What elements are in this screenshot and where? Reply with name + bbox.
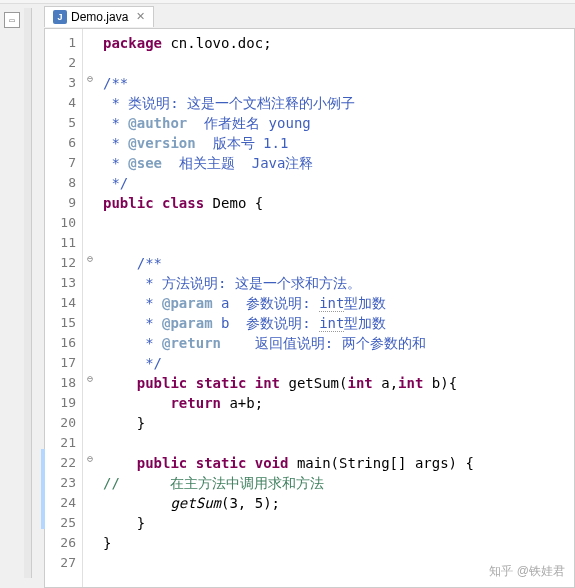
close-icon[interactable]: ✕ xyxy=(136,10,145,23)
code-line[interactable]: /** xyxy=(103,73,574,93)
left-margin xyxy=(24,8,32,578)
java-file-icon: J xyxy=(53,10,67,24)
line-number: 9 xyxy=(45,193,82,213)
code-editor[interactable]: 1234567891011121314151617181920212223242… xyxy=(44,28,575,588)
code-line[interactable]: * @param b 参数说明: int型加数 xyxy=(103,313,574,333)
tab-bar: J Demo.java ✕ xyxy=(44,4,154,28)
watermark: 知乎 @铁娃君 xyxy=(489,563,565,580)
code-line[interactable]: * @param a 参数说明: int型加数 xyxy=(103,293,574,313)
line-number: 27 xyxy=(45,553,82,573)
line-number: 17 xyxy=(45,353,82,373)
fold-toggle-icon[interactable]: ⊖ xyxy=(83,69,97,89)
code-line[interactable]: getSum(3, 5); xyxy=(103,493,574,513)
fold-column: ⊖⊖⊖⊖ xyxy=(83,29,99,587)
code-line[interactable]: * @return 返回值说明: 两个参数的和 xyxy=(103,333,574,353)
fold-toggle-icon[interactable]: ⊖ xyxy=(83,369,97,389)
code-line[interactable]: } xyxy=(103,533,574,553)
line-gutter: 1234567891011121314151617181920212223242… xyxy=(45,29,83,587)
line-number: 3 xyxy=(45,73,82,93)
line-number: 18 xyxy=(45,373,82,393)
change-marker xyxy=(41,449,45,469)
line-number: 22 xyxy=(45,453,82,473)
code-line[interactable]: // 在主方法中调用求和方法 xyxy=(103,473,574,493)
tab-filename: Demo.java xyxy=(71,10,128,24)
line-number: 25 xyxy=(45,513,82,533)
line-number: 6 xyxy=(45,133,82,153)
line-number: 19 xyxy=(45,393,82,413)
code-line[interactable]: public class Demo { xyxy=(103,193,574,213)
code-line[interactable]: return a+b; xyxy=(103,393,574,413)
code-line[interactable]: package cn.lovo.doc; xyxy=(103,33,574,53)
code-line[interactable]: */ xyxy=(103,353,574,373)
code-line[interactable]: /** xyxy=(103,253,574,273)
line-number: 8 xyxy=(45,173,82,193)
editor-tab[interactable]: J Demo.java ✕ xyxy=(44,6,154,27)
code-line[interactable]: * 类说明: 这是一个文档注释的小例子 xyxy=(103,93,574,113)
code-line[interactable] xyxy=(103,53,574,73)
line-number: 2 xyxy=(45,53,82,73)
code-line[interactable]: public static int getSum(int a,int b){ xyxy=(103,373,574,393)
line-number: 1 xyxy=(45,33,82,53)
line-number: 5 xyxy=(45,113,82,133)
code-line[interactable]: * @see 相关主题 Java注释 xyxy=(103,153,574,173)
code-area[interactable]: package cn.lovo.doc;/** * 类说明: 这是一个文档注释的… xyxy=(99,29,574,587)
line-number: 10 xyxy=(45,213,82,233)
change-marker xyxy=(41,509,45,529)
change-marker xyxy=(41,469,45,489)
code-line[interactable]: * @version 版本号 1.1 xyxy=(103,133,574,153)
fold-toggle-icon[interactable]: ⊖ xyxy=(83,249,97,269)
fold-toggle-icon[interactable]: ⊖ xyxy=(83,449,97,469)
code-line[interactable] xyxy=(103,233,574,253)
line-number: 4 xyxy=(45,93,82,113)
code-line[interactable]: public static void main(String[] args) { xyxy=(103,453,574,473)
change-marker xyxy=(41,489,45,509)
line-number: 14 xyxy=(45,293,82,313)
code-line[interactable]: * 方法说明: 这是一个求和方法。 xyxy=(103,273,574,293)
line-number: 20 xyxy=(45,413,82,433)
code-line[interactable]: } xyxy=(103,513,574,533)
code-line[interactable] xyxy=(103,433,574,453)
code-line[interactable]: */ xyxy=(103,173,574,193)
line-number: 21 xyxy=(45,433,82,453)
line-number: 13 xyxy=(45,273,82,293)
line-number: 16 xyxy=(45,333,82,353)
code-line[interactable]: * @author 作者姓名 young xyxy=(103,113,574,133)
line-number: 11 xyxy=(45,233,82,253)
code-line[interactable] xyxy=(103,213,574,233)
line-number: 24 xyxy=(45,493,82,513)
line-number: 12 xyxy=(45,253,82,273)
line-number: 7 xyxy=(45,153,82,173)
line-number: 23 xyxy=(45,473,82,493)
line-number: 26 xyxy=(45,533,82,553)
line-number: 15 xyxy=(45,313,82,333)
code-line[interactable]: } xyxy=(103,413,574,433)
outline-icon[interactable]: ▭ xyxy=(4,12,20,28)
